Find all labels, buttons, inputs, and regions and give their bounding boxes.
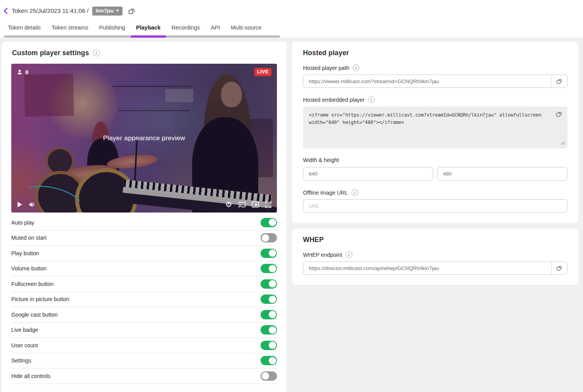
info-icon[interactable]: i: [346, 251, 352, 258]
user-icon: [17, 69, 23, 75]
toggle-label: Picture in picture button: [11, 296, 69, 302]
toggle-row: Volume button: [11, 261, 277, 277]
info-icon[interactable]: i: [352, 189, 358, 196]
info-icon[interactable]: i: [353, 64, 359, 71]
tab-publishing[interactable]: Publishing: [94, 20, 131, 35]
width-input[interactable]: [303, 167, 433, 181]
picture-in-picture-icon[interactable]: [252, 201, 259, 208]
hosted-player-path-label: Hosted player path: [303, 65, 349, 71]
offline-image-url-input[interactable]: [303, 199, 567, 213]
size-fields: [303, 167, 567, 181]
tab-playback[interactable]: Playback: [131, 20, 166, 35]
info-icon[interactable]: i: [93, 50, 100, 56]
embed-code-textarea[interactable]: <iframe src="https://viewer.millicast.co…: [303, 106, 567, 148]
toggle-row: Picture in picture button: [11, 292, 277, 308]
copy-whep-endpoint-button[interactable]: [551, 262, 567, 274]
textarea-resize-handle[interactable]: [561, 139, 565, 146]
whep-card: WHEP WHEP endpoint i: [292, 228, 578, 285]
play-icon[interactable]: [16, 201, 23, 208]
back-chevron-icon[interactable]: [3, 8, 8, 14]
toggle-knob: [269, 296, 276, 303]
player-controls-bar: ⚙: [11, 196, 277, 213]
picture-in-picture-button-toggle[interactable]: [261, 294, 277, 304]
toggle-row: Hide all controls: [11, 369, 277, 384]
token-name-dropdown[interactable]: lkin7jau: [92, 7, 123, 16]
whep-endpoint-label: WHEP endpoint: [303, 252, 342, 258]
live-badge-toggle[interactable]: [261, 325, 277, 335]
toggle-row: Settings: [11, 354, 277, 369]
hide-all-controls-toggle[interactable]: [261, 371, 277, 381]
copy-token-name-button[interactable]: [128, 7, 136, 15]
toggle-label: Google cast button: [11, 312, 58, 318]
right-column: Hosted player Hosted player path i Hoste…: [292, 42, 578, 285]
toggle-row: Auto play: [11, 215, 277, 231]
toggle-knob: [269, 357, 276, 364]
tab-token-streams[interactable]: Token streams: [46, 20, 94, 35]
settings-gear-icon[interactable]: ⚙: [225, 200, 232, 208]
auto-play-toggle[interactable]: [261, 218, 277, 227]
toggle-row: User count: [11, 338, 277, 354]
width-height-label: Width & height: [303, 157, 339, 163]
toggle-knob: [269, 249, 276, 257]
toggle-label: Live badge: [11, 327, 38, 333]
user-count-toggle[interactable]: [261, 341, 277, 350]
toggle-label: Fullscreen button: [11, 281, 54, 287]
toggle-label: Auto play: [11, 220, 34, 226]
cast-icon[interactable]: [238, 201, 246, 208]
embed-code-field: <iframe src="https://viewer.millicast.co…: [303, 106, 567, 148]
viewer-count: 0: [17, 69, 28, 75]
height-input[interactable]: [437, 167, 567, 181]
tab-bar-wrap: Token detailsToken streamsPublishingPlay…: [2, 20, 267, 38]
toggle-knob: [269, 311, 276, 318]
toggle-knob: [269, 280, 276, 287]
toggle-knob: [262, 234, 269, 242]
hosted-embedded-player-label: Hosted embedded player: [303, 97, 365, 103]
hosted-player-path-field: [303, 75, 567, 88]
google-cast-button-toggle[interactable]: [261, 310, 277, 319]
toggle-knob: [262, 372, 269, 380]
play-button-toggle[interactable]: [261, 249, 277, 258]
offline-image-url-label: Offline image URL: [303, 190, 348, 196]
muted-on-start-toggle[interactable]: [261, 233, 277, 242]
breadcrumb: Token 25/Jul/2023 11:41:06 / lkin7jau: [0, 5, 583, 17]
toggle-row: Live badge: [11, 323, 277, 338]
fullscreen-button-toggle[interactable]: [261, 279, 277, 289]
whep-endpoint-field: [303, 261, 567, 275]
toggle-label: Volume button: [11, 265, 47, 272]
toggle-label: Hide all controls: [11, 373, 51, 379]
tab-bar: Token detailsToken streamsPublishingPlay…: [2, 20, 267, 35]
tab-api[interactable]: API: [205, 20, 225, 35]
toggle-row: Fullscreen button: [11, 277, 277, 292]
player-toggle-list: Auto playMuted on startPlay buttonVolume…: [11, 215, 277, 384]
page-title: Token 25/Jul/2023 11:41:06 /: [12, 7, 89, 14]
settings-toggle[interactable]: [261, 356, 277, 365]
volume-button-toggle[interactable]: [261, 264, 277, 273]
volume-icon[interactable]: [29, 201, 36, 208]
toggle-label: Muted on start: [11, 235, 47, 241]
tab-token-details[interactable]: Token details: [2, 20, 46, 35]
app-header: Token 25/Jul/2023 11:41:06 / lkin7jau To…: [0, 0, 583, 38]
info-icon[interactable]: i: [368, 96, 375, 103]
copy-hosted-path-button[interactable]: [551, 75, 567, 87]
toggle-knob: [269, 219, 276, 226]
viewer-count-value: 0: [25, 69, 28, 75]
hosted-player-path-input[interactable]: [303, 75, 551, 87]
toggle-knob: [269, 265, 276, 272]
toggle-knob: [269, 326, 276, 334]
player-watermark: Player appearance preview: [11, 64, 277, 213]
tab-multi-source[interactable]: Multi-source: [225, 20, 267, 35]
toggle-label: Settings: [11, 357, 31, 364]
hosted-player-card: Hosted player Hosted player path i Hoste…: [292, 42, 578, 223]
main-content: Custom player settings i: [0, 38, 583, 392]
fullscreen-icon[interactable]: [265, 201, 272, 208]
hosted-player-title: Hosted player: [303, 49, 567, 57]
whep-endpoint-input[interactable]: [303, 262, 551, 274]
toggle-row: Muted on start: [11, 231, 277, 246]
tab-recordings[interactable]: Recordings: [166, 20, 205, 35]
player-preview: 0 LIVE Player appearance preview ⚙: [11, 64, 277, 213]
toggle-label: User count: [11, 342, 38, 348]
copy-embed-code-button[interactable]: [555, 110, 563, 119]
toggle-row: Play button: [11, 246, 277, 261]
toggle-label: Play button: [11, 250, 39, 256]
custom-player-settings-title: Custom player settings: [12, 49, 89, 57]
